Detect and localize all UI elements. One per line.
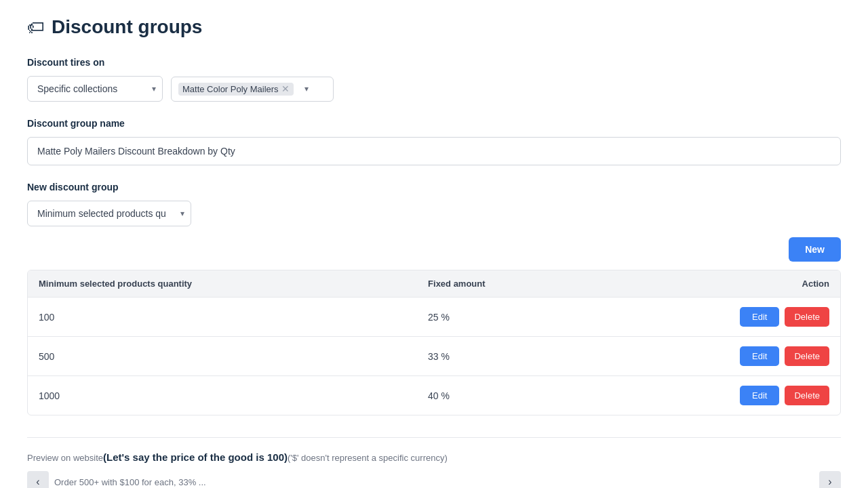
discount-tires-section: Discount tires on Specific collections A… xyxy=(27,57,841,102)
preview-prev-button[interactable]: ‹ xyxy=(27,471,49,488)
discount-table: Minimum selected products quantity Fixed… xyxy=(28,270,840,415)
discount-type-select[interactable]: Minimum selected products qu Minimum ord… xyxy=(27,201,191,226)
table-row: 500 33 % Edit Delete xyxy=(28,337,840,376)
preview-label: Preview on website xyxy=(27,453,103,463)
new-discount-group-section: New discount group Minimum selected prod… xyxy=(27,182,841,226)
cell-action-1: Edit Delete xyxy=(593,298,840,337)
col-header-fixed-amount: Fixed amount xyxy=(417,270,593,298)
delete-button-2[interactable]: Delete xyxy=(785,346,829,366)
table-header-row: Minimum selected products quantity Fixed… xyxy=(28,270,840,298)
preview-title: Preview on website(Let's say the price o… xyxy=(27,451,841,463)
chevron-down-icon: ▾ xyxy=(304,84,309,94)
preview-bold: Let's say the price of the good is 100 xyxy=(106,451,284,463)
discount-group-name-section: Discount group name xyxy=(27,118,841,165)
cell-min-qty-3: 1000 xyxy=(28,376,417,415)
page-header: 🏷 Discount groups xyxy=(27,16,841,38)
preview-note: ('$' doesn't represent a specific curren… xyxy=(288,453,448,463)
cell-min-qty-2: 500 xyxy=(28,337,417,376)
collection-type-select[interactable]: Specific collections All products xyxy=(27,76,163,102)
cell-action-3: Edit Delete xyxy=(593,376,840,415)
cell-fixed-amount-1: 25 % xyxy=(417,298,593,337)
edit-button-1[interactable]: Edit xyxy=(740,307,779,327)
discount-group-name-input[interactable] xyxy=(27,137,841,165)
action-buttons-2: Edit Delete xyxy=(604,346,829,366)
discount-table-wrapper: Minimum selected products quantity Fixed… xyxy=(27,270,841,415)
edit-button-3[interactable]: Edit xyxy=(740,386,779,405)
preview-section: Preview on website(Let's say the price o… xyxy=(27,437,841,488)
discount-group-name-label: Discount group name xyxy=(27,118,841,129)
action-buttons-3: Edit Delete xyxy=(604,386,829,405)
action-buttons-1: Edit Delete xyxy=(604,307,829,327)
preview-next-button[interactable]: › xyxy=(819,471,841,488)
cell-min-qty-1: 100 xyxy=(28,298,417,337)
collection-tag-wrapper: Matte Color Poly Mailers ✕ ▾ xyxy=(171,77,334,102)
collection-tag-chip: Matte Color Poly Mailers ✕ xyxy=(178,83,294,96)
discount-type-wrapper: Minimum selected products qu Minimum ord… xyxy=(27,201,191,226)
table-row: 1000 40 % Edit Delete xyxy=(28,376,840,415)
delete-button-1[interactable]: Delete xyxy=(785,307,829,327)
preview-content: Order 500+ with $100 for each, 33% ... xyxy=(54,477,814,487)
col-header-action: Action xyxy=(593,270,840,298)
delete-button-3[interactable]: Delete xyxy=(785,386,829,405)
cell-fixed-amount-3: 40 % xyxy=(417,376,593,415)
edit-button-2[interactable]: Edit xyxy=(740,346,779,366)
collection-type-wrapper: Specific collections All products ▾ xyxy=(27,76,163,102)
col-header-min-qty: Minimum selected products quantity xyxy=(28,270,417,298)
preview-nav: ‹ Order 500+ with $100 for each, 33% ...… xyxy=(27,471,841,488)
table-row: 100 25 % Edit Delete xyxy=(28,298,840,337)
tag-icon: 🏷 xyxy=(27,17,45,38)
collection-tag-box[interactable]: Matte Color Poly Mailers ✕ ▾ xyxy=(171,77,334,102)
cell-action-2: Edit Delete xyxy=(593,337,840,376)
discount-tires-label: Discount tires on xyxy=(27,57,841,68)
new-button[interactable]: New xyxy=(789,237,841,262)
tag-label: Matte Color Poly Mailers xyxy=(182,84,279,94)
new-discount-group-label: New discount group xyxy=(27,182,841,192)
tag-remove-icon[interactable]: ✕ xyxy=(281,84,290,94)
table-area: New Minimum selected products quantity F… xyxy=(27,237,841,437)
page-title: Discount groups xyxy=(52,16,202,38)
cell-fixed-amount-2: 33 % xyxy=(417,337,593,376)
